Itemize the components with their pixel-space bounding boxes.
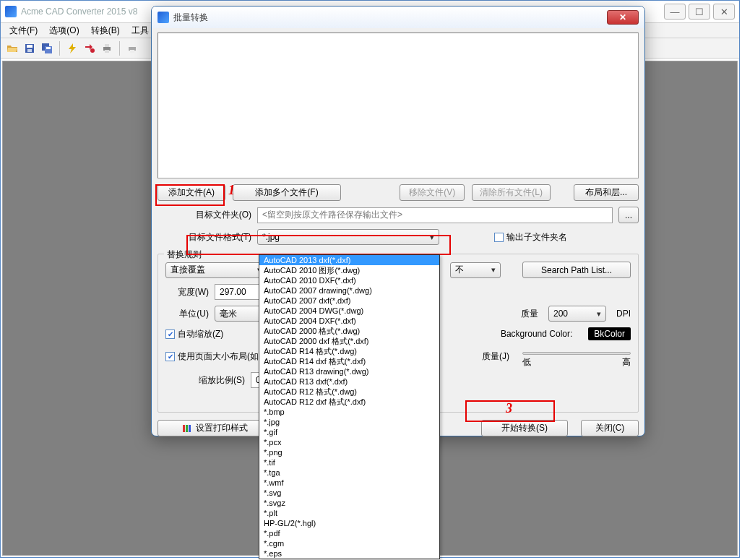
- format-option[interactable]: *.tga: [259, 468, 439, 478]
- format-option[interactable]: *.pdf: [259, 528, 439, 538]
- browse-output-folder-button[interactable]: ...: [618, 207, 639, 223]
- format-option[interactable]: AutoCAD 2010 DXF(*.dxf): [259, 275, 439, 285]
- close-window-button[interactable]: ✕: [713, 4, 735, 20]
- format-option[interactable]: AutoCAD R14 格式(*.dwg): [259, 346, 439, 356]
- rules-legend: 替换规则: [164, 249, 204, 261]
- palette-icon: [183, 423, 193, 434]
- open-icon[interactable]: [5, 41, 20, 56]
- output-subfolder-checkbox[interactable]: 输出子文件夹名: [494, 231, 567, 244]
- format-option[interactable]: HP-GL/2(*.hgl): [259, 518, 439, 528]
- dpi-quality-label: 质量: [521, 308, 538, 320]
- minimize-button[interactable]: —: [664, 4, 686, 20]
- format-option[interactable]: *.tif: [259, 457, 439, 468]
- clear-all-button[interactable]: 清除所有文件(L): [472, 184, 551, 201]
- svg-rect-5: [46, 47, 51, 49]
- output-format-label: 目标文件格式(T): [158, 231, 251, 244]
- svg-rect-1: [27, 45, 33, 48]
- output-subfolder-label: 输出子文件夹名: [506, 231, 567, 244]
- unit-label: 单位(U): [165, 308, 209, 320]
- svg-rect-10: [105, 50, 109, 53]
- scale-label: 缩放比例(S): [165, 374, 245, 387]
- menu-options[interactable]: 选项(O): [43, 23, 85, 38]
- file-list[interactable]: [158, 33, 639, 178]
- format-option[interactable]: AutoCAD 2000 dxf 格式(*.dxf): [259, 336, 439, 346]
- format-option[interactable]: *.jpg: [259, 417, 439, 427]
- dialog-titlebar[interactable]: 批量转换 ✕: [152, 7, 644, 28]
- add-multiple-files-button[interactable]: 添加多个文件(F): [233, 184, 341, 201]
- output-format-value: *.jpg: [262, 232, 280, 242]
- dialog-close-button[interactable]: ✕: [607, 10, 639, 25]
- svg-rect-13: [183, 425, 185, 432]
- menu-tools[interactable]: 工具: [126, 23, 155, 38]
- save-multiple-icon[interactable]: [40, 41, 54, 56]
- format-option[interactable]: AutoCAD 2004 DWG(*.dwg): [259, 306, 439, 316]
- print-style-button[interactable]: 设置打印样式: [158, 420, 273, 436]
- menu-convert[interactable]: 转换(B): [85, 23, 126, 38]
- format-option[interactable]: *.png: [259, 447, 439, 457]
- lightning-icon[interactable]: [65, 41, 79, 56]
- format-option[interactable]: *.pcx: [259, 437, 439, 447]
- printer-icon[interactable]: [100, 41, 114, 56]
- bkcolor-button[interactable]: BkColor: [588, 327, 631, 340]
- format-option[interactable]: *.svg: [259, 488, 439, 498]
- dpi-dropdown[interactable]: 200: [548, 306, 606, 322]
- layout-layer-button[interactable]: 布局和层...: [574, 184, 639, 201]
- svg-rect-12: [130, 50, 134, 53]
- use-page-layout-label: 使用页面大小布局(如果: [178, 350, 267, 363]
- svg-rect-14: [186, 425, 188, 432]
- format-option[interactable]: AutoCAD R13 dxf(*.dxf): [259, 376, 439, 387]
- format-option[interactable]: AutoCAD 2000 格式(*.dwg): [259, 326, 439, 336]
- output-format-dropdown[interactable]: *.jpg: [257, 229, 439, 245]
- format-option[interactable]: AutoCAD 2010 图形(*.dwg): [259, 265, 439, 275]
- start-convert-button[interactable]: 开始转换(S): [481, 420, 568, 436]
- convert-run-icon[interactable]: [82, 41, 97, 56]
- maximize-button[interactable]: ☐: [689, 4, 710, 20]
- svg-rect-2: [27, 49, 32, 52]
- add-file-button[interactable]: 添加文件(A): [158, 184, 225, 201]
- output-folder-input[interactable]: <留空则按原文件路径保存输出文件>: [257, 207, 613, 223]
- format-option[interactable]: *.eps: [259, 548, 439, 559]
- overwrite-mode-dropdown[interactable]: 直接覆盖: [165, 262, 267, 278]
- auto-zoom-checkbox[interactable]: ✔自动缩放(Z): [165, 328, 223, 340]
- format-option[interactable]: *.svgz: [259, 498, 439, 508]
- format-option[interactable]: AutoCAD 2004 DXF(*.dxf): [259, 316, 439, 326]
- output-format-dropdown-list[interactable]: AutoCAD 2013 dxf(*.dxf)AutoCAD 2010 图形(*…: [259, 254, 440, 559]
- format-option[interactable]: AutoCAD R12 格式(*.dwg): [259, 387, 439, 397]
- auto-zoom-label: 自动缩放(Z): [178, 328, 223, 340]
- format-option[interactable]: AutoCAD 2007 dxf(*.dxf): [259, 296, 439, 306]
- format-option[interactable]: AutoCAD 2007 drawing(*.dwg): [259, 285, 439, 296]
- separator-icon: [119, 41, 120, 56]
- use-page-layout-checkbox[interactable]: ✔使用页面大小布局(如果: [165, 350, 267, 363]
- format-option[interactable]: *.plt: [259, 508, 439, 518]
- format-option[interactable]: AutoCAD 2013 dxf(*.dxf): [259, 255, 439, 265]
- remove-file-button[interactable]: 移除文件(V): [400, 184, 465, 201]
- bg-color-label: Background Color:: [501, 329, 572, 339]
- svg-rect-9: [105, 44, 109, 47]
- format-option[interactable]: AutoCAD R14 dxf 格式(*.dxf): [259, 356, 439, 366]
- hidden-line-dropdown[interactable]: 不: [450, 262, 501, 278]
- app-icon: [5, 6, 17, 17]
- format-option[interactable]: *.cgm: [259, 538, 439, 548]
- save-icon[interactable]: [22, 41, 37, 56]
- separator-icon: [59, 41, 60, 56]
- format-option[interactable]: *.wmf: [259, 478, 439, 488]
- format-option[interactable]: *.bmp: [259, 407, 439, 417]
- dpi-unit-label: DPI: [616, 309, 631, 319]
- svg-marker-6: [69, 43, 76, 53]
- format-option[interactable]: AutoCAD R13 drawing(*.dwg): [259, 366, 439, 376]
- format-option[interactable]: *.gif: [259, 427, 439, 437]
- format-option[interactable]: AutoCAD R12 dxf 格式(*.dxf): [259, 397, 439, 407]
- dialog-app-icon: [158, 12, 169, 23]
- print-preview-icon[interactable]: [125, 41, 139, 56]
- svg-point-7: [90, 48, 95, 53]
- width-label: 宽度(W): [165, 286, 209, 298]
- quality-j-label: 质量(J): [482, 350, 509, 363]
- menu-file[interactable]: 文件(F): [4, 23, 43, 38]
- dialog-title: 批量转换: [173, 12, 607, 24]
- svg-rect-15: [189, 425, 191, 432]
- output-folder-label: 目标文件夹(O): [158, 209, 251, 221]
- close-dialog-button[interactable]: 关闭(C): [581, 420, 639, 436]
- search-path-list-button[interactable]: Search Path List...: [522, 262, 631, 278]
- quality-slider[interactable]: 低高: [522, 346, 631, 366]
